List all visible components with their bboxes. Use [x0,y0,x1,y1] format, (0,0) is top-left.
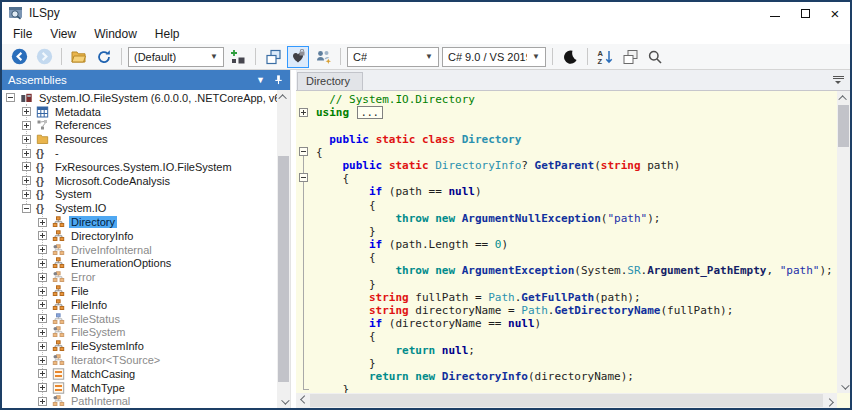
fold-toggle-collapse[interactable] [299,173,308,182]
tree-item-iterator-tsource[interactable]: Iterator<TSource> [2,353,277,367]
tab-directory[interactable]: Directory [297,72,363,90]
expand-toggle[interactable] [22,190,31,199]
expand-toggle[interactable] [38,273,47,282]
expand-toggle[interactable] [38,383,47,392]
expand-toggle[interactable] [38,245,47,254]
expand-toggle[interactable] [38,300,47,309]
code-lines[interactable]: // System.IO.Directoryusing ... public s… [312,91,837,393]
expand-toggle[interactable] [22,162,31,171]
tree-item-pathinternal[interactable]: PathInternal [2,395,277,408]
toolbar-separator [121,48,122,65]
window-controls: × [760,2,850,24]
expand-toggle[interactable] [22,135,31,144]
refresh-button[interactable] [93,46,115,68]
expand-toggle[interactable] [38,314,47,323]
collapse-toggle[interactable] [6,93,15,102]
expand-toggle[interactable] [38,218,47,227]
assembly-list-dropdown[interactable]: (Default) ▼ [128,47,224,67]
tree-item-directoryinfo[interactable]: DirectoryInfo [2,229,277,243]
menu-item-file[interactable]: File [4,25,41,43]
tree-item-metadata[interactable]: Metadata [2,105,277,119]
fold-toggle-expand[interactable] [299,108,308,117]
tree-item-fileinfo[interactable]: FileInfo [2,298,277,312]
tree-scrollbar[interactable] [277,90,290,408]
collapsed-usings-box[interactable]: ... [357,106,383,119]
expand-toggle[interactable] [38,397,47,406]
tree-item-fxresources-system-io-filesystem[interactable]: {}FxResources.System.IO.FileSystem [2,160,277,174]
namespace-icon: {} [35,147,49,159]
pin-icon[interactable] [273,74,284,87]
tree-item-[interactable]: {}- [2,146,277,160]
tree-item-filestatus[interactable]: FileStatus [2,312,277,326]
menu-item-help[interactable]: Help [146,25,189,43]
expand-toggle[interactable] [38,259,47,268]
panel-dropdown-icon[interactable]: ▼ [256,76,265,85]
collapse-toggle[interactable] [22,204,31,213]
expand-toggle[interactable] [22,121,31,130]
svg-text:{}: {} [36,148,44,159]
expand-toggle[interactable] [38,231,47,240]
close-button[interactable]: × [820,2,850,24]
code-scrollbar[interactable] [837,91,850,393]
api-visibility-toggle[interactable] [287,46,309,68]
scrollbar-thumb[interactable] [278,156,289,382]
assemblies-panel-header[interactable]: Assemblies ▼ [2,70,290,90]
expand-toggle[interactable] [22,149,31,158]
tree-item-enumerationoptions[interactable]: EnumerationOptions [2,257,277,271]
tree-item-directory[interactable]: Directory [2,215,277,229]
open-file-button[interactable] [68,46,90,68]
tree-item-resources[interactable]: Resources [2,132,277,146]
back-button[interactable] [8,46,30,68]
language-version-dropdown[interactable]: C# 9.0 / VS 2019.8 ▼ [442,47,546,67]
language-dropdown[interactable]: C# ▼ [347,47,439,67]
expand-toggle[interactable] [38,328,47,337]
minimize-icon [770,16,780,17]
tree-item-label: Microsoft.CodeAnalysis [53,175,172,187]
tree-item-system[interactable]: {}System [2,188,277,202]
scroll-right-icon[interactable] [824,393,837,408]
menu-item-view[interactable]: View [41,25,85,43]
tree-item-system-io-filesystem-6-0-0-0-netcoreapp-v6-0[interactable]: System.IO.FileSystem (6.0.0.0, .NETCoreA… [2,91,277,105]
scroll-up-icon[interactable] [277,90,290,103]
tree-item-system-io[interactable]: {}System.IO [2,201,277,215]
class-icon [51,299,65,311]
tree-item-references[interactable]: References [2,119,277,133]
collapse-tree-button[interactable] [619,46,641,68]
tree-item-filesystem[interactable]: FileSystem [2,326,277,340]
tree-item-matchcasing[interactable]: MatchCasing [2,367,277,381]
tree-item-error[interactable]: Error [2,270,277,284]
title-bar[interactable]: ILSpy × [2,2,850,24]
sort-assemblies-button[interactable]: AZ [594,46,616,68]
fold-toggle-collapse[interactable] [299,147,308,156]
scroll-up-icon[interactable] [837,91,850,104]
expand-toggle[interactable] [22,176,31,185]
scroll-left-icon[interactable] [296,393,309,408]
member-filter-button[interactable] [312,46,334,68]
tree-item-filesysteminfo[interactable]: FileSystemInfo [2,339,277,353]
minimize-button[interactable] [760,2,790,24]
code-hscrollbar[interactable] [296,393,837,408]
add-assembly-list-button[interactable] [227,46,249,68]
open-new-panel-button[interactable] [262,46,284,68]
scrollbar-thumb[interactable] [310,394,823,407]
member-filter-icon [315,49,332,65]
expand-toggle[interactable] [38,287,47,296]
tree-item-driveinfointernal[interactable]: DriveInfoInternal [2,243,277,257]
expand-toggle[interactable] [38,369,47,378]
search-pane-button[interactable] [644,46,666,68]
forward-button[interactable] [33,46,55,68]
expand-toggle[interactable] [22,107,31,116]
expand-toggle[interactable] [38,356,47,365]
scroll-down-icon[interactable] [277,395,290,408]
menu-item-window[interactable]: Window [85,25,146,43]
theme-toggle-button[interactable] [559,46,581,68]
scrollbar-thumb[interactable] [838,105,849,147]
tree-item-matchtype[interactable]: MatchType [2,381,277,395]
namespace-icon: {} [35,202,49,214]
scroll-down-icon[interactable] [837,380,850,393]
tree-item-microsoft-codeanalysis[interactable]: {}Microsoft.CodeAnalysis [2,174,277,188]
expand-toggle[interactable] [38,342,47,351]
maximize-button[interactable] [790,2,820,24]
tree-item-file[interactable]: File [2,284,277,298]
window-list-icon[interactable] [833,76,844,85]
